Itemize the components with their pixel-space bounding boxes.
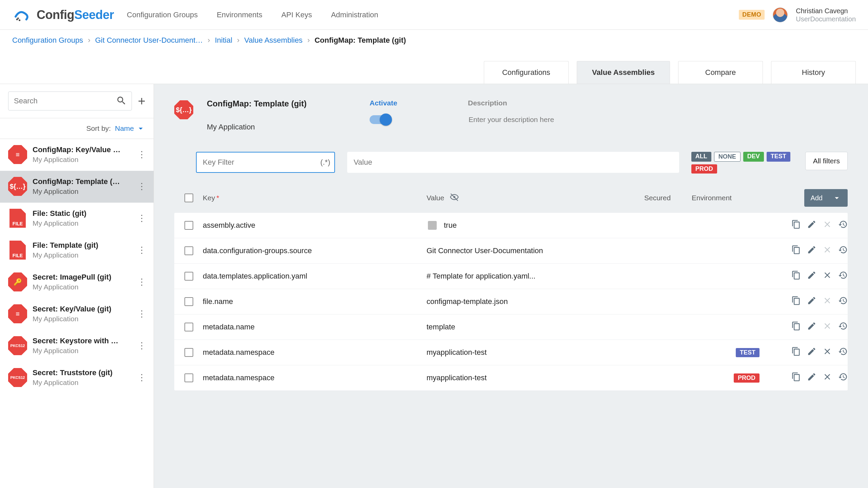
assembly-type-icon: ${…} [174, 100, 193, 119]
copy-icon[interactable] [791, 296, 801, 307]
delete-icon[interactable] [823, 347, 832, 358]
add-button[interactable]: Add [804, 189, 848, 207]
tab-value-assemblies[interactable]: Value Assemblies [577, 61, 670, 84]
sidebar-item-title: Secret: Key/Value (git) [33, 305, 130, 313]
sidebar-item-sub: My Application [33, 347, 130, 355]
activate-toggle[interactable] [370, 115, 391, 124]
edit-icon[interactable] [807, 296, 816, 307]
row-select-checkbox[interactable] [184, 348, 193, 357]
copy-icon[interactable] [791, 347, 801, 358]
row-select-checkbox[interactable] [184, 373, 193, 382]
edit-icon[interactable] [807, 270, 816, 282]
edit-icon[interactable] [807, 220, 816, 231]
sidebar-item-icon: ${…} [8, 177, 27, 196]
crumb-2[interactable]: Initial [215, 36, 232, 45]
row-key: metadata.namespace [203, 373, 427, 382]
crumb-3[interactable]: Value Assemblies [244, 36, 302, 45]
tab-compare[interactable]: Compare [678, 61, 763, 84]
avatar[interactable] [773, 7, 788, 22]
table-row: assembly.activetrue [174, 213, 848, 238]
row-select-checkbox[interactable] [184, 272, 193, 281]
activate-label: Activate [370, 99, 454, 107]
search-input[interactable] [13, 96, 116, 106]
row-select-checkbox[interactable] [184, 297, 193, 306]
edit-icon[interactable] [807, 321, 816, 333]
delete-icon[interactable] [823, 372, 832, 384]
sidebar-item-title: File: Template (git) [33, 241, 130, 250]
history-icon[interactable] [838, 296, 848, 307]
sidebar-item-more-icon[interactable]: ⋮ [135, 213, 148, 224]
row-value: # Template for application.yaml... [427, 272, 535, 281]
col-value-label: Value [427, 194, 444, 202]
sidebar-item-title: ConfigMap: Template (… [33, 177, 130, 186]
sidebar-item-more-icon[interactable]: ⋮ [135, 372, 148, 383]
add-assembly-button[interactable]: + [138, 95, 145, 107]
nav-configuration-groups[interactable]: Configuration Groups [127, 11, 198, 19]
sidebar-item[interactable]: ≡Secret: Key/Value (git)My Application⋮ [0, 298, 154, 330]
env-chip-test[interactable]: TEST [767, 152, 790, 162]
nav-environments[interactable]: Environments [217, 11, 262, 19]
tab-configurations[interactable]: Configurations [484, 61, 569, 84]
history-icon[interactable] [838, 220, 848, 231]
history-icon[interactable] [838, 270, 848, 282]
table-row: metadata.namespacemyapplication-testPROD [174, 365, 848, 390]
sort-by-value[interactable]: Name [115, 124, 145, 133]
toggle-visibility-icon[interactable] [450, 192, 459, 204]
env-chip-dev[interactable]: DEV [743, 152, 764, 162]
copy-icon[interactable] [791, 372, 801, 384]
sidebar-item[interactable]: FILEFile: Static (git)My Application⋮ [0, 203, 154, 235]
svg-point-1 [19, 19, 20, 21]
regex-toggle[interactable]: (.*) [320, 158, 330, 167]
row-select-checkbox[interactable] [184, 221, 193, 230]
sidebar-item-more-icon[interactable]: ⋮ [135, 309, 148, 319]
sidebar-item-more-icon[interactable]: ⋮ [135, 181, 148, 192]
sidebar-item-more-icon[interactable]: ⋮ [135, 245, 148, 256]
sidebar-item[interactable]: FILEFile: Template (git)My Application⋮ [0, 235, 154, 266]
key-filter-input[interactable] [196, 152, 335, 173]
history-icon[interactable] [838, 347, 848, 358]
crumb-1[interactable]: Git Connector User-Document… [95, 36, 203, 45]
crumb-0[interactable]: Configuration Groups [12, 36, 83, 45]
sidebar-item-more-icon[interactable]: ⋮ [135, 149, 148, 160]
sidebar-item[interactable]: 🔑Secret: ImagePull (git)My Application⋮ [0, 266, 154, 298]
sidebar-item[interactable]: ≡ConfigMap: Key/Value …My Application⋮ [0, 139, 154, 171]
search-icon[interactable] [116, 95, 127, 107]
env-chip-all[interactable]: ALL [691, 152, 711, 162]
sidebar-item[interactable]: PKCS12Secret: Truststore (git)My Applica… [0, 362, 154, 394]
app-logo[interactable]: ConfigSeeder [12, 8, 114, 22]
tab-history[interactable]: History [771, 61, 856, 84]
row-select-checkbox[interactable] [184, 323, 193, 331]
sidebar-item[interactable]: ${…}ConfigMap: Template (…My Application… [0, 171, 154, 203]
col-key-label: Key [203, 194, 215, 202]
env-badge: TEST [736, 348, 760, 357]
history-icon[interactable] [838, 321, 848, 333]
edit-icon[interactable] [807, 347, 816, 358]
env-chip-none[interactable]: NONE [714, 152, 741, 162]
sidebar-item-title: File: Static (git) [33, 209, 130, 218]
sidebar-item-more-icon[interactable]: ⋮ [135, 277, 148, 287]
copy-icon[interactable] [791, 220, 801, 231]
env-chip-prod[interactable]: PROD [691, 164, 717, 174]
sidebar-item-sub: My Application [33, 379, 130, 387]
sidebar-item-more-icon[interactable]: ⋮ [135, 341, 148, 351]
copy-icon[interactable] [791, 245, 801, 257]
history-icon[interactable] [838, 245, 848, 257]
delete-icon[interactable] [823, 270, 832, 282]
edit-icon[interactable] [807, 245, 816, 257]
select-all-checkbox[interactable] [184, 194, 193, 202]
all-filters-button[interactable]: All filters [805, 152, 848, 170]
nav-api-keys[interactable]: API Keys [281, 11, 312, 19]
value-filter-input[interactable] [347, 152, 679, 173]
row-select-checkbox[interactable] [184, 246, 193, 255]
history-icon[interactable] [838, 372, 848, 384]
edit-icon[interactable] [807, 372, 816, 384]
sidebar-item[interactable]: PKCS12Secret: Keystore with …My Applicat… [0, 330, 154, 362]
col-secured-label: Secured [644, 194, 671, 202]
sidebar-search[interactable] [8, 92, 132, 110]
table-row: data.configuration-groups.sourceGit Conn… [174, 238, 848, 263]
nav-administration[interactable]: Administration [331, 11, 378, 19]
copy-icon[interactable] [791, 270, 801, 282]
copy-icon[interactable] [791, 321, 801, 333]
description-input[interactable] [468, 115, 576, 124]
user-block[interactable]: Christian Cavegn UserDocumentation [796, 7, 856, 23]
